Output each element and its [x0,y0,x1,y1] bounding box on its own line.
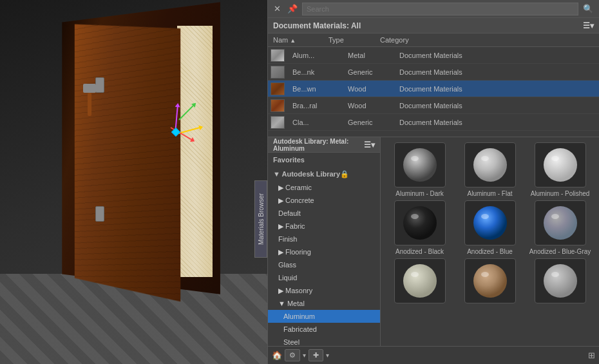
table-row[interactable]: Bra...ralWoodDocument Materials [268,97,599,114]
tree-favorites[interactable]: Favorites [268,153,380,167]
tree-item[interactable]: ▶ Concrete [268,194,380,207]
library-content: Aluminum - DarkAluminum - FlatAluminum -… [381,137,599,346]
sort-arrow: ▲ [290,37,296,44]
tree-item[interactable]: Aluminum [268,310,380,323]
material-thumbnail-item[interactable]: Anodized - Blue-Gray [526,200,594,256]
material-type: Generic [345,67,397,77]
adsk-library-section: Autodesk Library: Metal: Aluminum ☰▾ Fav… [268,137,599,346]
library-menu-icon[interactable]: ☰▾ [364,140,375,149]
material-sphere-label: Aluminum - Flat [467,189,512,198]
material-sphere-label: Anodized - Blue [467,247,513,256]
search-icon[interactable]: 🔍 [581,4,595,14]
material-thumbnail-item[interactable]: Aluminum - Polished [526,142,594,198]
thumbnail-grid: Aluminum - DarkAluminum - FlatAluminum -… [381,137,599,311]
svg-point-9 [481,214,489,219]
material-name: Be...nk [287,67,345,77]
material-thumbnail-item[interactable] [526,258,594,305]
tree-item[interactable]: ▶ Fabric [268,220,380,233]
material-category: Document Materials [397,101,599,111]
library-tree-title: Autodesk Library: Metal: Aluminum [273,138,361,152]
tree-item[interactable]: ▶ Ceramic [268,181,380,194]
add-button[interactable]: ✚ [309,349,323,361]
material-thumbnail-item[interactable]: Aluminum - Dark [386,142,453,198]
search-input[interactable] [302,3,578,15]
svg-point-12 [403,264,437,298]
tree-item[interactable]: Fabricated [268,323,380,336]
library-tree-header: Autodesk Library: Metal: Aluminum ☰▾ [268,137,380,153]
tree-item[interactable]: Default [268,207,380,220]
material-category: Document Materials [397,67,599,77]
material-category: Document Materials [397,117,599,128]
material-type: Generic [345,117,397,128]
grid-view-icon[interactable]: ⊞ [588,350,595,360]
table-row[interactable]: Be...nkGenericDocument Materials [268,64,599,81]
material-sphere-label: Anodized - Black [395,247,444,256]
close-icon[interactable]: ✕ [272,4,283,14]
tree-dynamic-items: ▶ Ceramic▶ ConcreteDefault▶ FabricFinish… [268,181,380,346]
svg-point-7 [411,214,419,219]
material-sphere-label: Aluminum - Polished [531,189,590,198]
doc-materials-header: Document Materials: All ☰▾ [268,18,599,34]
hinge-bottom [95,206,104,222]
material-thumbnail-item[interactable] [456,258,524,305]
tree-item[interactable]: Steel [268,336,380,346]
material-thumbnail-item[interactable]: Aluminum - Flat [456,142,524,198]
material-thumbnail-item[interactable] [386,258,453,305]
table-row[interactable]: Be...wnWoodDocument Materials [268,81,599,97]
material-sphere [394,142,446,187]
tree-item[interactable]: Finish [268,233,380,245]
table-header: Nam ▲ Type Category [268,34,599,47]
material-name: Bra...ral [287,101,345,111]
materials-browser-panel: ✕ 📌 🔍 Document Materials: All ☰▾ Nam ▲ T… [267,0,599,364]
svg-point-17 [551,272,559,277]
material-name: Alum... [287,50,345,61]
tree-items-container: Favorites ▼ Autodesk Library 🔒 ▶ Ceramic… [268,153,380,346]
material-sphere [464,142,516,187]
transform-gizmo [155,106,206,158]
material-category: Document Materials [397,84,599,94]
col-type-header: Type [326,35,377,45]
material-sphere [394,200,446,245]
col-category-header: Category [377,35,599,45]
svg-point-2 [473,148,507,182]
tree-autodesk[interactable]: ▼ Autodesk Library 🔒 [268,167,380,181]
hammer-head [83,84,96,93]
svg-point-10 [544,206,577,240]
material-name: Be...wn [287,84,345,94]
material-sphere-label: Aluminum - Dark [395,189,443,198]
viewport-3d: Materials Browser [0,0,267,364]
gear-button[interactable]: ⚙ [285,349,300,361]
material-sphere [535,142,586,187]
svg-point-1 [411,156,419,161]
material-sphere [394,258,446,303]
tree-item[interactable]: ▶ Flooring [268,245,380,258]
materials-rows: Alum...MetalDocument MaterialsBe...nkGen… [268,47,599,131]
material-sphere [535,258,586,303]
home-icon[interactable]: 🏠 [272,350,282,360]
material-thumbnail-item[interactable]: Anodized - Black [386,200,453,256]
svg-point-11 [551,214,559,219]
col-name-header: Nam ▲ [268,35,326,45]
table-row[interactable]: Cla...GenericDocument Materials [268,114,599,131]
pin-icon[interactable]: 📌 [285,4,300,14]
svg-point-5 [551,156,559,161]
svg-point-16 [544,264,577,298]
material-thumbnail-item[interactable]: Anodized - Blue [456,200,524,256]
bottom-toolbar: 🏠 ⚙ ▾ ✚ ▾ ⊞ [268,346,599,364]
material-type: Wood [345,101,397,111]
material-thumbnail [271,66,285,79]
tree-item[interactable]: ▶ Masonry [268,284,380,297]
tree-item[interactable]: Glass [268,258,380,271]
expand-button[interactable]: ▾ [303,352,306,359]
svg-point-6 [403,206,437,240]
materials-browser-tab[interactable]: Materials Browser [254,180,267,258]
doc-materials-menu-icon[interactable]: ☰▾ [583,21,594,30]
tree-item[interactable]: Liquid [268,271,380,284]
table-row[interactable]: Alum...MetalDocument Materials [268,47,599,64]
tree-item[interactable]: ▼ Metal [268,297,380,310]
material-sphere [464,200,516,245]
materials-table: Nam ▲ Type Category Alum...MetalDocument… [268,34,599,137]
add-expand-button[interactable]: ▾ [326,352,329,359]
svg-point-15 [481,272,489,277]
hammer-handle [88,93,91,116]
